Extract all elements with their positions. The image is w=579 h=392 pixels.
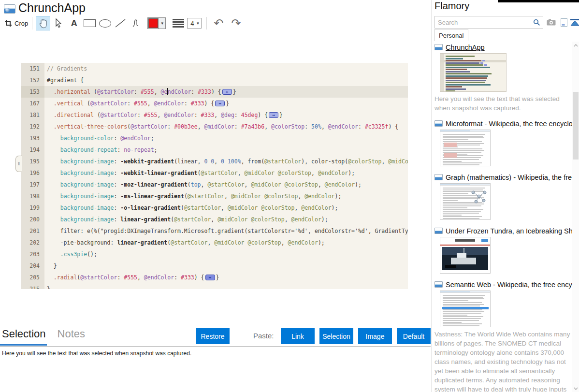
text-tool-button[interactable]: A: [67, 16, 81, 30]
code-token: :: [114, 193, 120, 200]
code-line-195[interactable]: 195 background-image: -webkit-gradient(l…: [21, 156, 408, 167]
scrollbar-thumb[interactable]: [573, 92, 579, 160]
code-token: :: [194, 112, 201, 118]
code-line-199[interactable]: 199 background-image: -o-linear-gradient…: [21, 202, 408, 214]
code-token: @endColor: [318, 170, 348, 176]
paste-default-button[interactable]: Default: [397, 328, 431, 344]
code-fold-marker[interactable]: ↔: [269, 112, 278, 118]
code-editor-snapshot[interactable]: 151// Gradients152#gradient {153 .horizo…: [21, 63, 408, 289]
splitter-collapse-handle[interactable]: ‖: [15, 156, 22, 172]
code-line-205[interactable]: 205 .radial(@startColor: #555, @endColor…: [21, 272, 408, 283]
code-fold-marker[interactable]: ↔: [205, 275, 215, 280]
code-line-197[interactable]: 197 background-image: -moz-linear-gradie…: [21, 179, 408, 190]
pin-to-top-icon[interactable]: [569, 17, 579, 27]
line-number: 194: [21, 144, 44, 156]
code-line-153[interactable]: 153 .horizontal (@startColor: #555, @end…: [21, 86, 408, 98]
freehand-tool-button[interactable]: [129, 16, 143, 30]
paste-image-button[interactable]: Image: [358, 328, 392, 344]
code-token: ;: [151, 135, 154, 142]
code-token: :: [134, 88, 141, 95]
code-token: );: [355, 181, 362, 188]
code-line-200[interactable]: 200 background-image: linear-gradient(@s…: [21, 214, 408, 225]
restore-button[interactable]: Restore: [196, 328, 230, 344]
tab-notes[interactable]: Notes: [58, 328, 85, 340]
new-page-icon[interactable]: [559, 17, 569, 27]
ellipse-tool-button[interactable]: [98, 16, 112, 30]
code-line-151[interactable]: 151// Gradients: [21, 63, 408, 74]
undo-button[interactable]: ↶: [210, 16, 227, 30]
color-dropdown-arrow-icon[interactable]: ▼: [159, 18, 165, 29]
code-token: @endColor: [164, 112, 194, 118]
paste-link-button[interactable]: Link: [281, 328, 315, 344]
line-number: 192: [21, 121, 44, 132]
code-line-196[interactable]: 196 background-image: -webkit-linear-gra…: [21, 167, 408, 179]
code-line-167[interactable]: 167 .vertical (@startColor: #555, @endCo…: [21, 98, 408, 109]
scroll-up-icon[interactable]: [572, 42, 579, 49]
code-token: @midColor: [204, 123, 234, 130]
color-picker[interactable]: ▼: [147, 17, 166, 29]
code-fold-marker[interactable]: ↔: [222, 89, 232, 95]
search-input[interactable]: [435, 19, 531, 26]
line-number: 195: [21, 156, 44, 167]
snapshot-title-link[interactable]: Graph (mathematics) - Wikipedia, the fre…: [446, 174, 573, 181]
search-icon[interactable]: [531, 19, 543, 26]
code-line-193[interactable]: 193 background-color: @endColor;: [21, 132, 408, 144]
crop-button[interactable]: Crop: [4, 16, 29, 30]
code-token: [47, 135, 60, 142]
camera-icon[interactable]: [546, 17, 556, 27]
paste-selection-button[interactable]: Selection: [319, 328, 353, 344]
snapshot-thumbnail-wiki-selection[interactable]: [440, 290, 491, 327]
snapshot-thumbnail-news-ship[interactable]: [440, 237, 491, 274]
code-token: [47, 274, 54, 281]
line-width-select[interactable]: 4 ▼: [187, 18, 202, 29]
tab-selection[interactable]: Selection: [2, 328, 46, 340]
search-box: [434, 16, 543, 29]
snapshot-thumbnail-code[interactable]: [440, 53, 507, 92]
squiggle-icon: [131, 18, 141, 29]
code-token: background-repeat: [60, 146, 117, 153]
code-token: :: [117, 146, 124, 153]
snapshot-thumbnail-wiki-graph[interactable]: [440, 183, 491, 220]
snapshot-thumbnail-wiki-images[interactable]: [440, 130, 491, 166]
code-token: ,: [264, 123, 271, 130]
code-token: filter: e(%("progid:DXImageTransform.Mic…: [47, 228, 408, 234]
code-token: ,: [137, 274, 144, 281]
code-token: ,: [158, 112, 164, 118]
code-token: [47, 112, 54, 118]
code-line-201[interactable]: 201 filter: e(%("progid:DXImageTransform…: [21, 225, 408, 237]
code-line-215[interactable]: 215}: [21, 283, 408, 289]
rectangle-tool-button[interactable]: [82, 16, 97, 30]
snapshot-title-link[interactable]: ChrunchApp: [446, 44, 485, 51]
cursor-icon: [55, 18, 62, 28]
code-token: @endColor: [144, 274, 174, 281]
snapshot-title-link[interactable]: Semantic Web - Wikipedia, the free encyc…: [446, 281, 573, 289]
hand-tool-button[interactable]: [36, 16, 50, 30]
redo-button[interactable]: ↷: [228, 16, 244, 30]
code-token: :: [114, 204, 120, 211]
snapshot-title-link[interactable]: Under Frozen Tundra, an Icebreaking Ship…: [446, 227, 573, 235]
code-line-203[interactable]: 203 .css3pie();: [21, 248, 408, 260]
code-token: #gradient {: [47, 77, 84, 84]
snapshot-list: ChrunchAppHere you will see the text tha…: [434, 43, 573, 392]
sidebar-scrollbar[interactable]: [572, 42, 579, 392]
code-token: @startColor: [171, 239, 207, 246]
code-line-152[interactable]: 152#gradient {: [21, 74, 408, 86]
snapshot-title-link[interactable]: Microformat - Wikipedia, the free encycl…: [446, 120, 573, 128]
line-tool-button[interactable]: [113, 16, 128, 30]
code-fold-marker[interactable]: ↔: [215, 101, 225, 106]
scroll-down-icon[interactable]: [572, 385, 579, 392]
code-line-198[interactable]: 198 background-image: -ms-linear-gradien…: [21, 190, 408, 202]
code-line-194[interactable]: 194 background-repeat: no-repeat;: [21, 144, 408, 156]
color-swatch[interactable]: [148, 18, 159, 29]
code-line-204[interactable]: 204 }: [21, 260, 408, 272]
width-dropdown-arrow-icon: ▼: [196, 21, 200, 26]
pointer-tool-button[interactable]: [51, 16, 66, 30]
code-token: @e: [160, 88, 167, 95]
code-line-202[interactable]: 202 -pie-background: linear-gradient(@st…: [21, 237, 408, 248]
code-token: ,: [154, 88, 161, 95]
tab-personal[interactable]: Personal: [434, 29, 468, 41]
code-line-192[interactable]: 192 .vertical-three-colors(@startColor: …: [21, 121, 408, 132]
code-token: ,: [207, 239, 214, 246]
code-line-181[interactable]: 181 .directional (@startColor: #555, @en…: [21, 109, 408, 121]
code-token: :: [127, 100, 134, 107]
